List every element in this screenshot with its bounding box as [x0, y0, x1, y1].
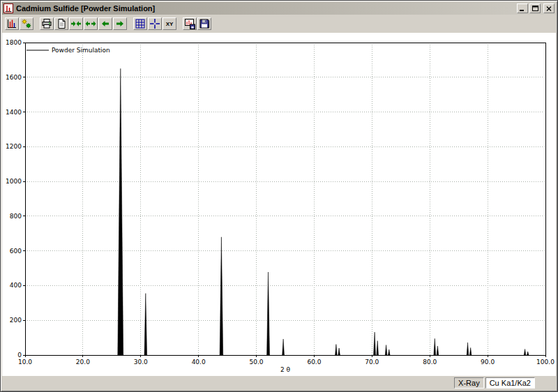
print-button[interactable] — [40, 17, 54, 30]
svg-text:400: 400 — [10, 282, 22, 289]
maximize-icon — [532, 6, 538, 11]
crosshair-button[interactable] — [148, 17, 162, 30]
svg-text:800: 800 — [10, 213, 22, 220]
app-icon-glyph — [3, 3, 13, 13]
scroll-left-button[interactable] — [98, 17, 112, 30]
printer-icon — [41, 18, 52, 29]
export-chart-icon — [184, 18, 195, 29]
scroll-right-button[interactable] — [113, 17, 127, 30]
minimize-icon — [520, 6, 525, 11]
settings-button[interactable] — [20, 17, 33, 30]
xy-icon: XY — [166, 21, 174, 27]
save-button[interactable] — [197, 17, 211, 30]
svg-text:1000: 1000 — [6, 178, 22, 185]
toolbar-group-pattern — [5, 17, 33, 30]
svg-text:10.0: 10.0 — [18, 359, 32, 365]
svg-text:40.0: 40.0 — [192, 359, 206, 365]
document-button[interactable] — [54, 17, 68, 30]
settings-icon — [21, 18, 32, 29]
crosshair-icon — [149, 18, 160, 29]
save-icon — [199, 18, 210, 29]
xy-values-button[interactable]: XY — [163, 17, 176, 30]
toolbar-group-navigation — [40, 17, 127, 30]
minimize-button[interactable] — [517, 3, 528, 13]
wavelength-panel: Cu Ka1/Ka2 — [485, 377, 535, 389]
close-button[interactable] — [543, 3, 555, 13]
document-icon — [56, 18, 67, 29]
status-bar: X-Ray Cu Ka1/Ka2 — [2, 376, 556, 390]
scroll-right-icon — [114, 18, 126, 29]
svg-text:20.0: 20.0 — [76, 359, 90, 365]
app-icon[interactable] — [3, 3, 13, 13]
title-bar[interactable]: Cadmium Sulfide [Powder Simulation] — [2, 2, 556, 15]
svg-text:1600: 1600 — [6, 74, 22, 81]
diffractogram-button[interactable] — [5, 17, 19, 30]
radiation-type-panel: X-Ray — [454, 377, 484, 389]
svg-text:2 θ: 2 θ — [280, 366, 291, 373]
export-chart-button[interactable] — [183, 17, 197, 30]
maximize-button[interactable] — [529, 3, 541, 13]
toolbar-group-display: XY — [133, 17, 176, 30]
app-window: Cadmium Sulfide [Powder Simulation] — [0, 0, 558, 392]
scroll-left-icon — [100, 18, 111, 29]
svg-text:0: 0 — [17, 352, 22, 359]
svg-text:Powder Simulation: Powder Simulation — [52, 47, 110, 54]
close-icon — [546, 6, 552, 11]
svg-text:70.0: 70.0 — [365, 359, 379, 365]
toolbar: XY — [2, 15, 556, 33]
diffraction-plot[interactable]: 10.020.030.040.050.060.070.080.090.0100.… — [3, 33, 555, 376]
svg-text:90.0: 90.0 — [481, 359, 495, 365]
svg-text:1200: 1200 — [6, 143, 22, 150]
svg-text:80.0: 80.0 — [423, 359, 437, 365]
svg-text:1800: 1800 — [6, 39, 22, 46]
compress-x-icon — [70, 18, 82, 29]
diffractogram-icon — [6, 18, 17, 29]
svg-text:200: 200 — [10, 317, 22, 324]
window-controls — [517, 3, 555, 13]
expand-x-icon — [85, 18, 96, 29]
toolbar-group-file — [183, 17, 211, 30]
expand-x-button[interactable] — [84, 17, 98, 30]
svg-text:50.0: 50.0 — [250, 359, 264, 365]
window-title: Cadmium Sulfide [Powder Simulation] — [16, 4, 517, 13]
svg-text:100.0: 100.0 — [536, 359, 555, 365]
svg-text:60.0: 60.0 — [307, 359, 321, 365]
svg-text:30.0: 30.0 — [134, 359, 148, 365]
svg-text:600: 600 — [10, 248, 22, 255]
chart-area: 10.020.030.040.050.060.070.080.090.0100.… — [2, 33, 556, 376]
svg-text:1400: 1400 — [6, 109, 22, 116]
grid-toggle-button[interactable] — [133, 17, 147, 30]
grid-icon — [135, 18, 146, 29]
compress-x-button[interactable] — [69, 17, 83, 30]
